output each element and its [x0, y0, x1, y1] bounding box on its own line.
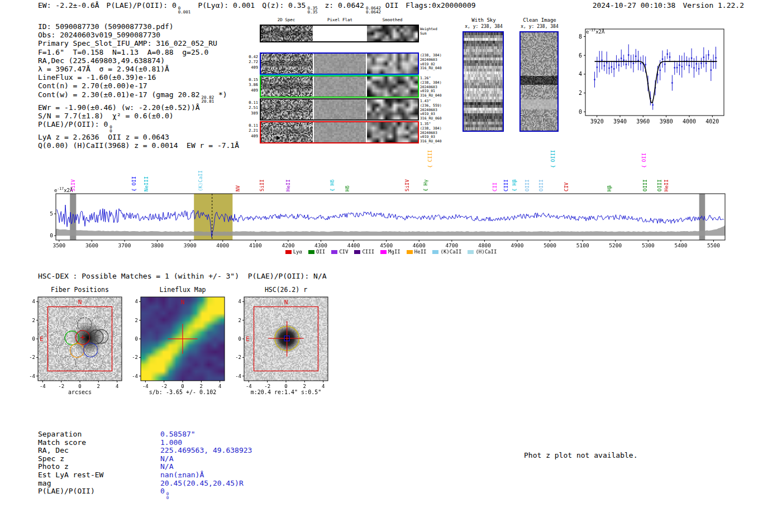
match-table: Separation0.58587"Match score1.000RA, De… [38, 430, 252, 500]
match-value: 000 [160, 487, 169, 500]
spectral-line-label: Hβ [607, 185, 612, 191]
info-line: S/N = 7.7(±1.8) χ² = 0.6(±0.0) [38, 112, 239, 120]
legend-swatch [380, 250, 387, 254]
match-row: Spec zN/A [38, 455, 252, 463]
full-spectrum-canvas [47, 184, 732, 258]
spectral-line-label: { Hγ [423, 179, 428, 191]
col-header-2dspec: 2D Spec [260, 17, 313, 22]
match-value-range: 00 [166, 492, 169, 500]
header-datetime-block: 2024-10-27 00:10:38Version 1.22.2 [593, 1, 744, 9]
match-value: N/A [160, 463, 173, 471]
hsc-cutout-canvas [226, 294, 332, 390]
match-value: 0.58587" [160, 430, 196, 439]
spectral-line-label: { OII [641, 153, 647, 168]
withsky-image [462, 31, 504, 132]
spectral-line-label: { OIII [550, 150, 556, 168]
match-value-text: N/A [160, 462, 173, 471]
spectral-line-label: OIII [524, 179, 530, 191]
match-value-text: 1.000 [160, 438, 182, 447]
clean-image [519, 31, 559, 132]
spectral-line-label: SiIV [404, 179, 410, 191]
spec2d-row-stats: 0.11 2.21 409 [245, 123, 258, 139]
info-line: EWr = -1.90(±0.46) (w: -2.20(±0.52))Å [38, 103, 239, 112]
col-header-pixelflat: Pixel Flat [314, 17, 366, 22]
match-value-text: 225.469563, 49.638923 [160, 446, 252, 454]
photz-note: Phot z plot not available. [524, 451, 638, 459]
header-flags: Flags:0x20000009 [406, 1, 475, 9]
header-z: z: 0.0642 [325, 1, 364, 9]
elixer-report-page: EW: -2.2±-0.6ÅP(LAE)/P(OII): 000.001P(Ly… [0, 0, 782, 532]
spectral-line-label: { Hδ [330, 179, 335, 191]
spec2d-row-notes: 1.26" (238, 384) 20240603 v019_01 316_RU… [420, 76, 447, 98]
legend-label: MgII [388, 249, 400, 255]
line-fit-plot-canvas [564, 22, 779, 128]
info-line: Q(0.00) (H)CaII(3968) z = 0.0014 EW r = … [38, 141, 239, 150]
match-value: nan(±nan)Å [160, 471, 204, 480]
legend-label: (K)CaII [440, 249, 461, 255]
header-version: Version 1.22.2 [683, 1, 744, 9]
spectral-line-label: { CIII [427, 150, 433, 168]
z-sub: 0.0642 [366, 10, 381, 14]
match-row: Separation0.58587" [38, 430, 252, 439]
legend-item: HeII [407, 249, 427, 255]
legend-swatch [407, 250, 413, 254]
match-row: P(LAE)/P(OII)000 [38, 487, 252, 500]
spectral-line-label: OIII [538, 179, 544, 191]
header-line-type: OII [385, 1, 398, 9]
fiber-positions-canvas [20, 294, 126, 390]
legend-swatch [432, 250, 438, 254]
match-row: RA, Dec225.469563, 49.638923 [38, 447, 252, 455]
info-line-post: *) [214, 90, 227, 99]
col-header-smoothed: Smoothed [367, 17, 418, 22]
weighted-sum-label: WeightedSum [420, 27, 447, 36]
info-line: Primary Spec_Slot_IFU_AMP: 316_022_052_R… [38, 39, 239, 47]
match-label: P(LAE)/P(OII) [38, 487, 160, 500]
spec2d-row-notes: 1.35" (238, 384) 20240603 v019_03 316_RU… [420, 122, 447, 144]
spectral-line-label: (K)CaII [198, 170, 203, 191]
match-value: 1.000 [160, 439, 182, 447]
info-line-pre: Cont(w) = 2.30(±0.01)e-17 (gmag 20.82 [38, 90, 200, 99]
clean-title: Clean Image [518, 17, 561, 23]
spectrum-legend: LyαOIICIVCIIIMgIIHeII(K)CaII(H)CaII [251, 249, 531, 255]
qz-sub: 0.35 [307, 10, 317, 14]
info-line: LyA z = 2.2636 OII z = 0.0643 [38, 133, 239, 141]
lineflux-map-canvas [123, 294, 229, 390]
fitplot-ylabel-post: x2Å [595, 29, 604, 35]
range-sub: 20.81 [202, 99, 214, 103]
legend-item: (K)CaII [432, 249, 461, 255]
info-line: Cont(w) = 2.30(±0.01)e-17 (gmag 20.8220.… [38, 90, 239, 103]
hsc-cutout-title: HSC(26.2) r [236, 286, 336, 294]
header-z-range: 0.06420.0642 [366, 6, 381, 14]
clean-coords: x, y: 238, 384 [518, 24, 561, 29]
withsky-title: With Sky [462, 17, 505, 23]
match-value-text: 0.58587" [160, 430, 196, 438]
withsky-coords: x, y: 238, 384 [462, 24, 505, 29]
info-line-range: 00 [109, 125, 112, 133]
match-row: Match score1.000 [38, 439, 252, 447]
legend-swatch [331, 250, 337, 254]
legend-item: Lyα [285, 249, 302, 255]
hsc-match-line: HSC-DEX : Possible Matches = 1 (within +… [38, 272, 327, 280]
info-block: ID: 5090087730 (5090087730.pdf)Obs: 2024… [38, 22, 239, 150]
weighted-sum-line2: Sum [420, 32, 447, 36]
header-plae-range: 00.001 [178, 6, 191, 14]
match-value-text: nan(±nan)Å [160, 471, 204, 479]
info-line: λ = 3967.47Å σ = 2.94(±0.81)Å [38, 65, 239, 73]
legend-item: MgII [380, 249, 400, 255]
match-label: Match score [38, 439, 160, 447]
info-line: Obs: 20240603v019_5090087730 [38, 31, 239, 39]
plae-sub: 0.001 [178, 10, 191, 14]
legend-swatch [308, 250, 314, 254]
match-label: mag [38, 480, 160, 488]
spectral-line-label: OIII [642, 179, 648, 191]
header-qz-range: 0.350.35 [307, 6, 317, 14]
header-qz: Q(z): 0.35 [262, 1, 306, 9]
header-plae: P(LAE)/P(OII): 0 [107, 1, 177, 9]
info-line: P(LAE)/P(OII): 000 [38, 120, 239, 133]
info-line: F=1.6" T=0.158 N=1.13 A=0.88 g=25.0 [38, 48, 239, 56]
header-ew: EW: -2.2±-0.6Å [38, 1, 99, 9]
info-line: LineFlux = -1.60(±0.39)e-16 [38, 73, 239, 82]
legend-label: HeII [414, 249, 427, 255]
spec2d-row-stats: 0.15 3.86 409 [245, 78, 258, 93]
match-value-text: 0 [160, 487, 165, 495]
